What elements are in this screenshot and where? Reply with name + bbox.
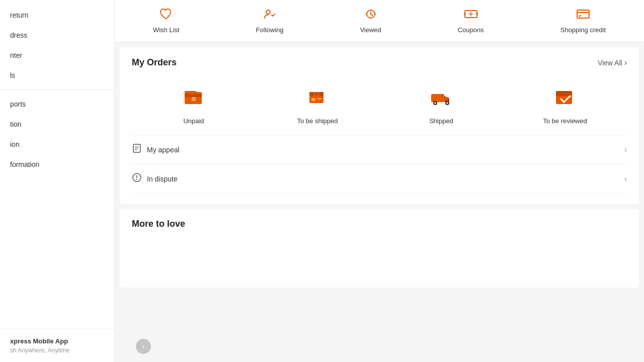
order-cat-to-be-shipped[interactable]: To be shipped	[256, 83, 379, 125]
order-cat-unpaid[interactable]: Unpaid	[132, 83, 256, 125]
svg-rect-7	[185, 94, 202, 97]
sidebar-item-ion[interactable]: ion	[0, 134, 114, 154]
svg-point-20	[446, 102, 448, 104]
to-be-reviewed-label: To be reviewed	[543, 117, 587, 125]
heart-icon	[159, 8, 173, 23]
to-be-shipped-label: To be shipped	[297, 117, 338, 125]
sidebar: return dress nter ls ports tion ion form…	[0, 0, 115, 362]
tab-wishlist[interactable]: Wish List	[141, 5, 192, 37]
tab-wishlist-label: Wish List	[153, 26, 180, 34]
dispute-icon	[132, 172, 142, 185]
order-cat-to-be-reviewed[interactable]: To be reviewed	[503, 83, 627, 125]
svg-rect-14	[311, 98, 315, 101]
sidebar-item-return-label: return	[10, 11, 29, 19]
sidebar-footer-sub: sh Anywhere, Anytime	[10, 347, 104, 354]
top-nav: Wish List Following Viewed	[115, 0, 644, 42]
shipped-icon	[427, 83, 455, 111]
my-appeal-link[interactable]: My appeal ›	[132, 135, 627, 164]
orders-header: My Orders View All ›	[132, 57, 627, 68]
more-to-love-products	[132, 237, 627, 278]
sidebar-item-return[interactable]: return	[0, 5, 114, 25]
svg-rect-9	[192, 97, 196, 101]
appeal-chevron-icon: ›	[624, 145, 627, 154]
svg-point-0	[266, 10, 270, 14]
sidebar-item-ports-label: ports	[10, 100, 26, 108]
view-all-label: View All	[598, 59, 622, 67]
sidebar-item-ls-label: ls	[10, 71, 15, 79]
sidebar-item-formation[interactable]: formation	[0, 154, 114, 174]
order-links: My appeal › In dispute ›	[132, 135, 627, 194]
order-cat-shipped[interactable]: Shipped	[379, 83, 503, 125]
viewed-icon	[364, 8, 377, 23]
appeal-icon	[132, 143, 142, 156]
sidebar-item-tion[interactable]: tion	[0, 114, 114, 134]
tab-shopping-credit[interactable]: Shopping credit	[548, 5, 618, 37]
svg-point-18	[434, 102, 436, 104]
sidebar-item-center-label: nter	[10, 51, 22, 59]
sidebar-item-ion-label: ion	[10, 140, 20, 148]
svg-rect-16	[431, 94, 444, 102]
sidebar-footer-title: xpress Mobile App	[10, 337, 104, 345]
svg-rect-23	[556, 91, 572, 96]
sidebar-section-1	[0, 89, 114, 94]
order-categories: Unpaid To be shipped	[132, 78, 627, 135]
dispute-chevron-icon: ›	[624, 174, 627, 184]
svg-point-3	[464, 13, 466, 15]
my-appeal-left: My appeal	[132, 143, 180, 156]
to-be-shipped-icon	[303, 83, 332, 111]
orders-title: My Orders	[132, 57, 177, 68]
unpaid-label: Unpaid	[183, 117, 204, 125]
my-appeal-label: My appeal	[147, 146, 180, 154]
more-to-love-section: More to love	[120, 209, 639, 288]
chevron-right-icon: ›	[624, 58, 627, 67]
sidebar-item-ports[interactable]: ports	[0, 94, 114, 114]
in-dispute-left: In dispute	[132, 172, 178, 185]
in-dispute-label: In dispute	[147, 175, 178, 183]
coupons-icon	[464, 8, 478, 23]
sidebar-item-address-label: dress	[10, 31, 27, 39]
in-dispute-link[interactable]: In dispute ›	[132, 164, 627, 194]
tab-viewed[interactable]: Viewed	[348, 5, 393, 37]
tab-following-label: Following	[256, 26, 284, 34]
sidebar-item-address[interactable]: dress	[0, 25, 114, 45]
sidebar-item-center[interactable]: nter	[0, 45, 114, 65]
sidebar-footer: xpress Mobile App sh Anywhere, Anytime	[0, 329, 114, 362]
more-to-love-title: More to love	[132, 219, 627, 229]
tab-coupons[interactable]: Coupons	[446, 5, 496, 37]
sidebar-item-ls[interactable]: ls	[0, 65, 114, 85]
to-be-reviewed-icon	[551, 83, 579, 111]
prev-arrow-button[interactable]: ‹	[136, 339, 151, 354]
unpaid-icon	[180, 83, 208, 111]
tab-following[interactable]: Following	[244, 5, 296, 37]
tab-coupons-label: Coupons	[458, 26, 484, 34]
tab-viewed-label: Viewed	[360, 26, 381, 34]
main-content: Wish List Following Viewed	[115, 0, 644, 362]
tab-shopping-credit-label: Shopping credit	[560, 26, 606, 34]
following-icon	[263, 8, 276, 23]
prev-arrow-icon: ‹	[142, 342, 145, 350]
shipped-label: Shipped	[429, 117, 453, 125]
svg-rect-8	[185, 91, 197, 94]
svg-rect-15	[317, 98, 321, 100]
sidebar-item-tion-label: tion	[10, 120, 22, 128]
credit-icon	[576, 8, 590, 23]
view-all-link[interactable]: View All ›	[598, 58, 627, 67]
svg-rect-21	[444, 97, 447, 100]
svg-rect-13	[314, 93, 318, 95]
orders-section: My Orders View All › Unpai	[120, 47, 639, 204]
svg-point-4	[476, 13, 478, 15]
sidebar-item-formation-label: formation	[10, 160, 39, 168]
